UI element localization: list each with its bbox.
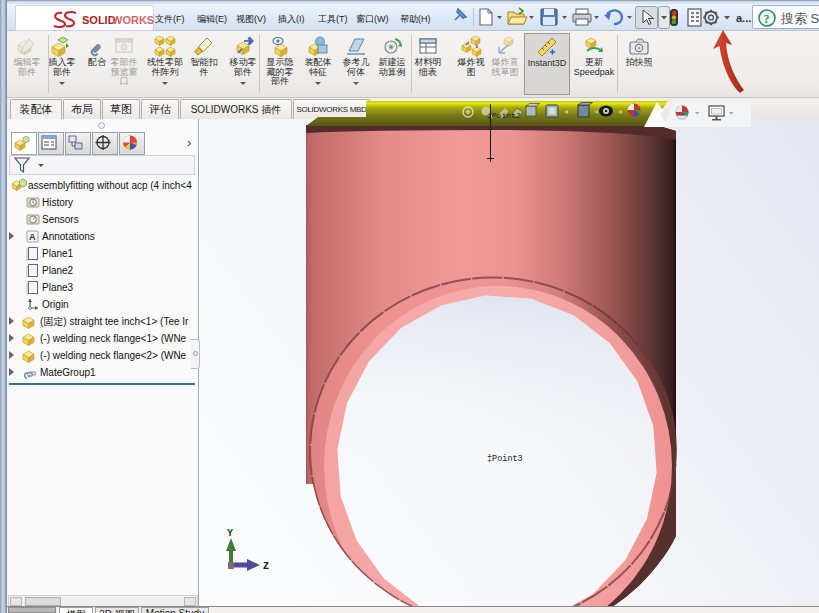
svg-text:Z: Z <box>263 561 269 572</box>
svg-text:SOLID: SOLID <box>82 14 116 26</box>
svg-text:WORKS: WORKS <box>112 14 154 26</box>
svg-text:?: ? <box>764 12 770 26</box>
svg-text:a...: a... <box>736 12 751 24</box>
svg-text:A: A <box>29 232 36 242</box>
svg-text:Y: Y <box>227 528 233 539</box>
